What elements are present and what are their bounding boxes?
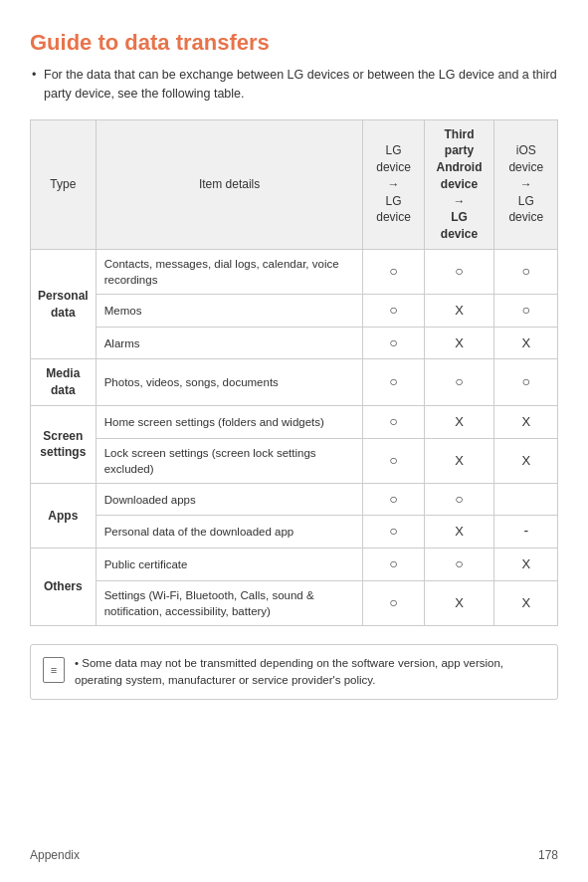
table-row: Mediadata Photos, videos, songs, documen…: [31, 359, 558, 406]
data-transfer-table: Type Item details LG device→LG device Th…: [30, 119, 558, 626]
note-icon: [43, 657, 65, 683]
cell-cert-ios: X: [494, 549, 558, 581]
cell-alarms-lg: ○: [363, 327, 424, 359]
cell-dl-apps-lg: ○: [363, 483, 424, 516]
item-home-screen: Home screen settings (folders and widget…: [96, 406, 363, 439]
table-row: Personal data of the downloaded app ○ X …: [31, 516, 558, 549]
item-alarms: Alarms: [96, 327, 363, 359]
item-photos: Photos, videos, songs, documents: [96, 359, 363, 406]
cell-photos-lg: ○: [363, 359, 424, 406]
col-header-ios: iOS device→LG device: [494, 119, 558, 250]
table-row: Memos ○ X ○: [31, 295, 558, 328]
table-row: Others Public certificate ○ ○ X: [31, 549, 558, 581]
item-contacts: Contacts, messages, dial logs, calendar,…: [96, 250, 363, 295]
item-lock-screen: Lock screen settings (screen lock settin…: [96, 438, 363, 483]
item-downloaded-apps: Downloaded apps: [96, 483, 363, 516]
table-row: Apps Downloaded apps ○ ○: [31, 483, 558, 516]
cell-settings-third: X: [424, 580, 494, 625]
cell-cert-third: ○: [424, 549, 494, 581]
type-media-data: Mediadata: [31, 359, 97, 406]
item-public-cert: Public certificate: [96, 549, 363, 581]
col-header-lg-to-lg: LG device→LG device: [363, 119, 424, 250]
cell-personal-app-lg: ○: [363, 516, 424, 549]
cell-contacts-third: ○: [424, 250, 494, 295]
table-row: Alarms ○ X X: [31, 327, 558, 359]
cell-contacts-ios: ○: [494, 250, 558, 295]
type-screen-settings: Screensettings: [31, 406, 97, 484]
table-row: Settings (Wi-Fi, Bluetooth, Calls, sound…: [31, 580, 558, 625]
cell-home-third: X: [424, 406, 494, 439]
footer: Appendix 178: [30, 848, 558, 862]
cell-contacts-lg: ○: [363, 250, 424, 295]
cell-personal-app-ios: -: [494, 516, 558, 549]
table-row: Screensettings Home screen settings (fol…: [31, 406, 558, 439]
footer-page-number: 178: [538, 848, 558, 862]
cell-lock-ios: X: [494, 438, 558, 483]
cell-dl-apps-ios: [494, 483, 558, 516]
item-memos: Memos: [96, 295, 363, 328]
table-row: Personaldata Contacts, messages, dial lo…: [31, 250, 558, 295]
cell-photos-third: ○: [424, 359, 494, 406]
cell-personal-app-third: X: [424, 516, 494, 549]
type-personal-data: Personaldata: [31, 250, 97, 359]
table-row: Lock screen settings (screen lock settin…: [31, 438, 558, 483]
col-header-type: Type: [31, 119, 97, 250]
cell-cert-lg: ○: [363, 549, 424, 581]
cell-settings-ios: X: [494, 580, 558, 625]
note-text: Some data may not be transmitted dependi…: [75, 655, 545, 690]
cell-memos-third: X: [424, 295, 494, 328]
page-title: Guide to data transfers: [30, 30, 558, 56]
cell-lock-lg: ○: [363, 438, 424, 483]
cell-lock-third: X: [424, 438, 494, 483]
cell-home-ios: X: [494, 406, 558, 439]
cell-memos-lg: ○: [363, 295, 424, 328]
type-apps: Apps: [31, 483, 97, 548]
cell-settings-lg: ○: [363, 580, 424, 625]
note-box: Some data may not be transmitted dependi…: [30, 644, 558, 701]
item-settings: Settings (Wi-Fi, Bluetooth, Calls, sound…: [96, 580, 363, 625]
type-others: Others: [31, 549, 97, 626]
col-header-item-details: Item details: [96, 119, 363, 250]
cell-home-lg: ○: [363, 406, 424, 439]
cell-dl-apps-third: ○: [424, 483, 494, 516]
cell-memos-ios: ○: [494, 295, 558, 328]
cell-alarms-ios: X: [494, 327, 558, 359]
footer-section: Appendix: [30, 848, 80, 862]
item-personal-data-app: Personal data of the downloaded app: [96, 516, 363, 549]
intro-text: For the data that can be exchange betwee…: [30, 66, 558, 104]
cell-alarms-third: X: [424, 327, 494, 359]
col-header-third-party: Third partyAndroiddevice→LG device: [424, 119, 494, 250]
cell-photos-ios: ○: [494, 359, 558, 406]
